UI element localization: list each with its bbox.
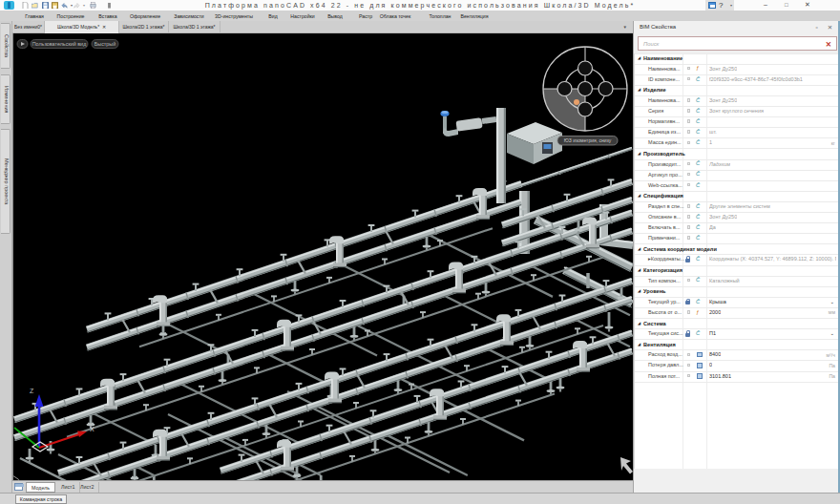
svg-text:ЮЗ изометрия, снизу: ЮЗ изометрия, снизу — [564, 137, 612, 143]
svg-text:Пользовательский вид: Пользовательский вид — [32, 41, 87, 47]
svg-text:X: X — [90, 426, 94, 432]
svg-text:Быстрый: Быстрый — [94, 41, 116, 47]
svg-text:Z: Z — [30, 388, 34, 394]
